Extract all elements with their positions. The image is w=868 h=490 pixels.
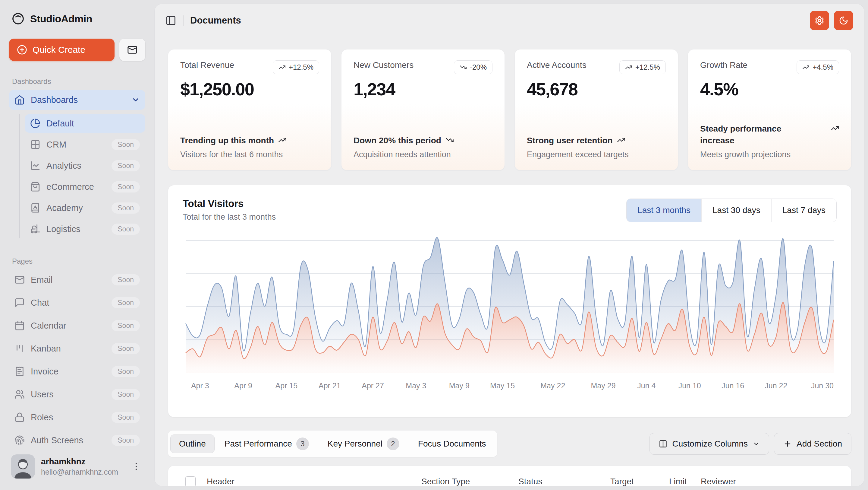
inbox-button[interactable] [119,39,145,61]
card-subtext: Engagement exceed targets [527,150,666,159]
customize-columns-button[interactable]: Customize Columns [650,433,769,455]
circle-plus-icon [17,45,27,55]
tab-past-performance[interactable]: Past Performance 3 [216,433,318,455]
user-meta: arhamkhnz hello@arhamkhnz.com [41,457,123,477]
main-panel: Documents Total Revenue +12.5% $1,25 [154,4,864,486]
sidebar-item-label: Analytics [46,161,105,171]
svg-text:May 29: May 29 [591,381,616,390]
svg-text:Apr 21: Apr 21 [318,381,341,390]
receipt-icon [14,366,25,377]
select-all-checkbox[interactable] [185,476,196,486]
sidebar-item-default[interactable]: Default [25,114,145,133]
lock-icon [14,412,25,423]
sidebar-item-logistics[interactable]: Logistics Soon [25,220,145,238]
header-divider [183,16,184,26]
sidebar-item-kanban[interactable]: Kanban Soon [9,339,145,358]
column-header: Limit [669,477,701,486]
stat-card-total-revenue: Total Revenue +12.5% $1,250.00 Trending … [168,49,332,171]
tab-label: Focus Documents [418,439,486,449]
trending-down-icon [460,64,467,71]
sidebar-item-calendar[interactable]: Calendar Soon [9,316,145,336]
user-menu-button[interactable] [129,459,144,474]
trend-badge: +12.5% [273,60,319,74]
quick-create-button[interactable]: Quick Create [9,39,115,61]
section-label-dashboards: Dashboards [9,77,145,86]
card-value: $1,250.00 [180,79,319,99]
sidebar-item-roles[interactable]: Roles Soon [9,407,145,427]
home-icon [14,95,25,105]
range-last-7-days[interactable]: Last 7 days [771,199,836,222]
columns-icon [659,440,667,448]
card-title: New Customers [353,60,413,70]
card-value: 4.5% [700,79,839,99]
trending-up-icon [278,64,286,71]
brand-name: StudioAdmin [30,13,92,25]
stat-card-new-customers: New Customers -20% 1,234 Down 20% this p… [341,49,505,171]
card-footnote-text: Steady performance increase [700,123,804,146]
section-label-pages: Pages [9,257,145,265]
trending-up-icon [831,124,839,133]
sidebar-item-invoice[interactable]: Invoice Soon [9,362,145,381]
fingerprint-icon [14,435,25,445]
trend-badge: +4.5% [797,60,839,74]
quick-create-label: Quick Create [33,45,85,55]
sidebar-item-ecommerce[interactable]: eCommerce Soon [25,177,145,196]
svg-text:Apr 3: Apr 3 [191,381,209,390]
panel-header: Documents [155,4,864,37]
svg-text:Jun 16: Jun 16 [721,381,744,390]
sidebar-item-chat[interactable]: Chat Soon [9,293,145,313]
add-section-label: Add Section [797,439,842,449]
range-last-3-months[interactable]: Last 3 months [627,199,701,222]
sidebar-item-dashboards[interactable]: Dashboards [9,90,145,110]
panel-left-icon [165,15,176,26]
plus-icon [783,440,792,448]
stat-cards: Total Revenue +12.5% $1,250.00 Trending … [168,49,851,171]
message-square-icon [14,297,25,308]
chart-line-icon [30,161,40,171]
add-section-button[interactable]: Add Section [774,433,851,455]
tab-outline[interactable]: Outline [170,434,215,453]
table-toolbar: Outline Past Performance 3 Key Personnel… [168,431,851,457]
tab-focus-documents[interactable]: Focus Documents [409,434,495,453]
customize-columns-label: Customize Columns [672,439,748,449]
sidebar-item-label: eCommerce [46,182,105,192]
sidebar-item-crm[interactable]: CRM Soon [25,135,145,154]
soon-badge: Soon [112,224,140,235]
svg-text:Apr 9: Apr 9 [234,381,252,390]
trending-up-icon [802,64,809,71]
settings-button[interactable] [810,11,829,30]
sidebar-item-label: Calendar [31,321,105,331]
theme-toggle-button[interactable] [834,11,853,30]
sidebar-item-users[interactable]: Users Soon [9,384,145,404]
sidebar-item-label: Invoice [31,367,105,377]
column-header: Reviewer [701,477,843,486]
sidebar-item-analytics[interactable]: Analytics Soon [25,156,145,175]
mail-icon [127,45,137,55]
forklift-icon [30,224,40,234]
tab-key-personnel[interactable]: Key Personnel 2 [319,433,408,455]
stat-card-active-accounts: Active Accounts +12.5% 45,678 Strong use… [515,49,678,171]
sidebar-item-label: Chat [31,298,105,308]
card-value: 45,678 [527,79,666,99]
tab-count-badge: 2 [387,437,399,450]
soon-badge: Soon [112,139,140,150]
card-subtext: Visitors for the last 6 months [180,150,319,159]
card-title: Active Accounts [527,60,587,70]
calendar-icon [14,320,25,331]
grid-icon [30,139,40,150]
user-row[interactable]: arhamkhnz hello@arhamkhnz.com [9,452,145,481]
sections-table: Header Section Type Status Target Limit … [168,466,851,486]
avatar [11,454,35,479]
moon-icon [839,16,848,25]
soon-badge: Soon [112,297,140,308]
sidebar-item-auth-screens[interactable]: Auth Screens Soon [9,430,145,450]
mail-icon [14,275,25,285]
range-last-30-days[interactable]: Last 30 days [701,199,771,222]
sidebar-item-email[interactable]: Email Soon [9,270,145,290]
users-icon [14,389,25,400]
tab-count-badge: 3 [296,437,309,450]
sidebar-toggle-button[interactable] [165,15,176,26]
sidebar-item-academy[interactable]: Academy Soon [25,199,145,217]
soon-badge: Soon [112,320,140,331]
soon-badge: Soon [112,389,140,400]
